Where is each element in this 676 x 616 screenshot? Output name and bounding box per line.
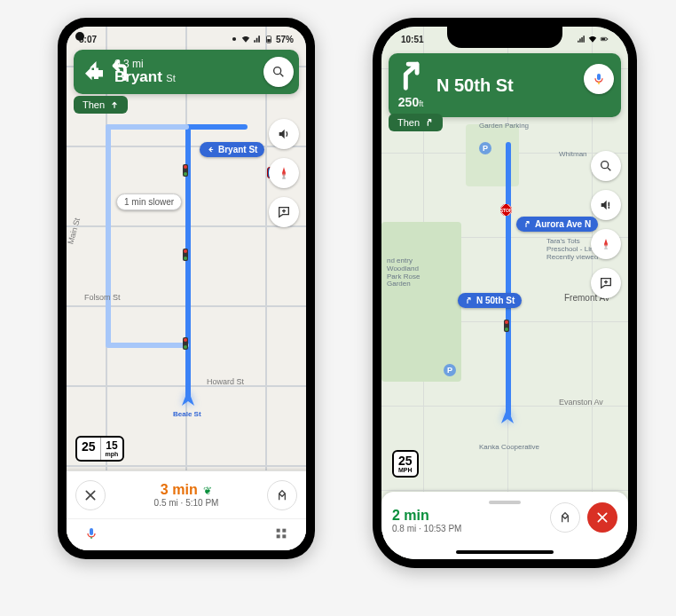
- location-icon: [230, 35, 239, 43]
- street-bubble-n50: N 50th St: [458, 293, 522, 308]
- android-screen: 5:07 57%: [67, 27, 306, 550]
- svg-rect-2: [267, 39, 270, 42]
- poi-garden-parking: Garden Parking: [479, 122, 529, 130]
- arrow-up-icon: [110, 100, 119, 109]
- speaker-alert-icon: [599, 198, 613, 212]
- status-time: 10:51: [394, 35, 424, 44]
- close-icon: [595, 510, 609, 525]
- routes-icon: [275, 488, 289, 502]
- eta-time: 2 min: [392, 508, 429, 524]
- street-bubble-aurora: Aurora Ave N: [516, 217, 598, 232]
- current-position: [176, 386, 200, 411]
- grid-icon: [274, 526, 288, 541]
- nav-distance: 250: [398, 95, 419, 109]
- ios-side-controls: [591, 151, 621, 298]
- street-bubble-label: Aurora Ave N: [535, 219, 591, 229]
- chat-plus-icon: [599, 276, 613, 290]
- then-pill[interactable]: Then: [389, 114, 443, 131]
- search-icon: [271, 65, 286, 79]
- route-turn-top: [185, 124, 248, 130]
- sound-button[interactable]: [269, 119, 299, 149]
- poi-kanka: Kanka Cooperative: [479, 444, 539, 452]
- chat-plus-icon: [277, 205, 291, 219]
- svg-rect-12: [597, 74, 601, 80]
- traffic-light-icon: [183, 164, 188, 177]
- current-position: [495, 404, 520, 429]
- compass-icon: [599, 237, 613, 251]
- battery-icon: [264, 35, 273, 43]
- report-button[interactable]: [269, 197, 299, 227]
- search-button[interactable]: [591, 151, 621, 181]
- speed-unit: MPH: [398, 467, 413, 473]
- eta-sub: 0.5 mi · 5:10 PM: [154, 498, 219, 508]
- eta-sheet[interactable]: 2 min 0.8 mi · 10:53 PM: [381, 492, 628, 559]
- svg-rect-7: [277, 534, 280, 538]
- svg-rect-11: [601, 38, 605, 40]
- then-pill[interactable]: Then: [74, 96, 128, 114]
- park-area-2: [466, 124, 519, 186]
- parking-icon: P: [444, 364, 456, 376]
- traffic-light-icon: [183, 249, 188, 261]
- report-button[interactable]: [591, 268, 621, 298]
- compass-button[interactable]: [591, 229, 621, 259]
- bear-right-icon: [425, 118, 434, 127]
- search-button[interactable]: [263, 57, 294, 87]
- alt-routes-button[interactable]: [550, 502, 580, 533]
- svg-rect-8: [282, 534, 286, 538]
- compass-button[interactable]: [269, 158, 299, 188]
- road-label-beale: Beale St: [173, 410, 201, 418]
- wifi-icon: [588, 35, 597, 43]
- nav-street: N 50th St: [436, 75, 514, 96]
- route-main: [506, 142, 511, 417]
- eta-clock: 5:10 PM: [185, 498, 218, 508]
- android-phone-frame: 5:07 57%: [58, 18, 315, 559]
- close-icon: [83, 488, 98, 502]
- routes-icon: [558, 510, 572, 525]
- sound-alert-button[interactable]: [591, 190, 621, 220]
- signal-icon: [253, 35, 262, 43]
- voice-button[interactable]: [584, 64, 614, 94]
- apps-button[interactable]: [274, 526, 288, 544]
- bear-right-icon: [396, 60, 426, 94]
- street-bubble-bryant: Bryant St: [200, 142, 264, 157]
- status-right: 57%: [230, 35, 294, 44]
- alt-routes-button[interactable]: [267, 480, 297, 510]
- eta-sub: 0.8 mi · 10:53 PM: [392, 524, 461, 533]
- notch: [447, 27, 562, 48]
- eta-distance: 0.8 mi: [392, 524, 416, 533]
- leaf-icon: ❦: [203, 485, 212, 497]
- route-alt-bottom: [106, 343, 189, 348]
- mic-icon: [592, 72, 606, 86]
- eta-clock: 10:53 PM: [424, 524, 462, 533]
- close-button[interactable]: [587, 502, 617, 533]
- speaker-icon: [277, 127, 291, 141]
- sheet-handle[interactable]: [489, 501, 521, 504]
- speed-limit: 25: [82, 440, 96, 453]
- speed-limit-box: 25 15 mph: [75, 436, 124, 462]
- eta-bar[interactable]: 3 min ❦ 0.5 mi · 5:10 PM: [67, 470, 306, 518]
- assistant-button[interactable]: [84, 526, 98, 544]
- bear-right-icon: [465, 296, 473, 304]
- svg-rect-5: [277, 528, 280, 532]
- nav-distance: 0.3 mi: [114, 59, 176, 70]
- svg-rect-10: [607, 38, 608, 40]
- home-indicator[interactable]: [456, 550, 554, 554]
- park-area: [381, 222, 461, 382]
- mic-icon: [84, 526, 98, 541]
- close-button[interactable]: [75, 480, 106, 510]
- camera-hole: [75, 32, 84, 41]
- svg-rect-4: [90, 528, 93, 535]
- alt-route-bubble[interactable]: 1 min slower: [116, 193, 182, 210]
- bear-right-icon: [523, 220, 531, 228]
- poi-whitman: Whitman: [559, 151, 587, 159]
- street-bubble-label: N 50th St: [476, 296, 515, 305]
- road-label-evanston: Evanston Av: [559, 398, 603, 407]
- signal-icon: [577, 35, 586, 43]
- svg-rect-6: [282, 528, 286, 532]
- eta-distance: 0.5 mi: [154, 498, 178, 508]
- route-alt: [106, 124, 111, 346]
- traffic-light-icon: [183, 337, 188, 350]
- then-label: Then: [83, 99, 105, 110]
- search-icon: [599, 159, 613, 173]
- svg-point-0: [232, 37, 236, 41]
